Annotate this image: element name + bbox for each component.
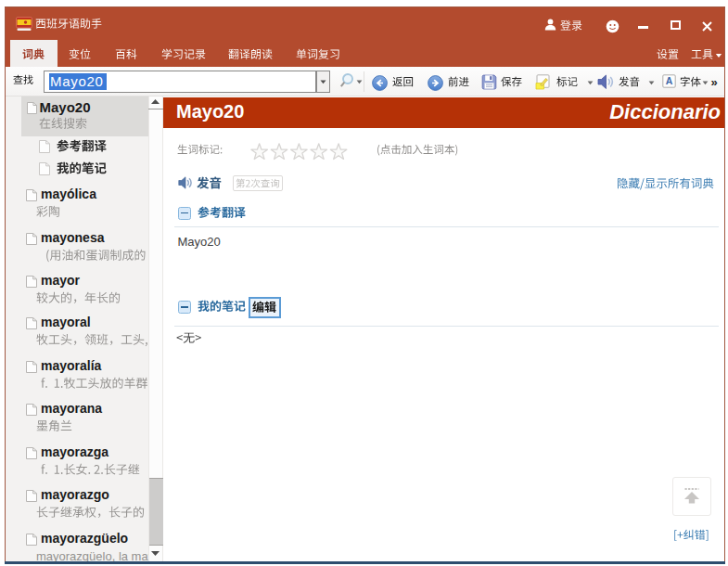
- svg-text:A: A: [665, 75, 672, 86]
